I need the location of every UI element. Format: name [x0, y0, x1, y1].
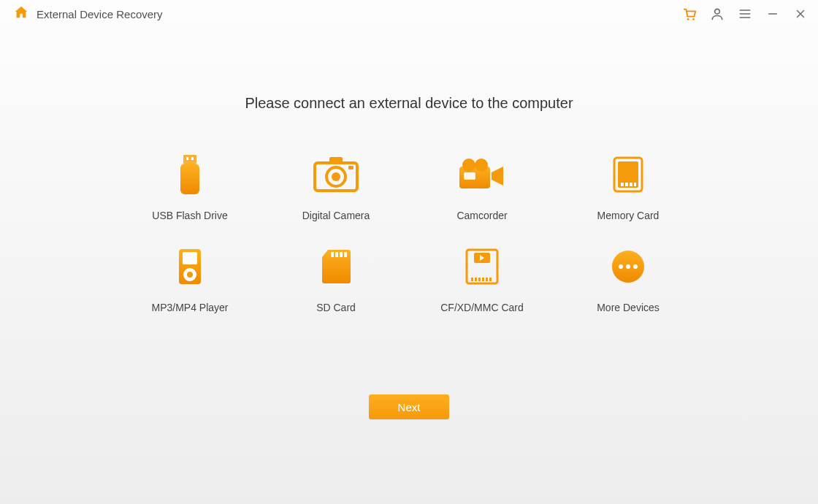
device-label: SD Card	[316, 302, 356, 313]
device-cf-card[interactable]: CF/XD/MMC Card	[409, 246, 555, 313]
svg-rect-4	[186, 157, 188, 160]
more-devices-icon	[604, 246, 652, 287]
svg-rect-3	[183, 155, 196, 164]
svg-rect-6	[180, 164, 199, 194]
device-more[interactable]: More Devices	[555, 246, 701, 313]
svg-rect-11	[348, 166, 353, 169]
svg-rect-18	[621, 183, 624, 186]
svg-rect-21	[634, 183, 636, 186]
svg-point-41	[633, 264, 638, 269]
device-grid: USB Flash Drive Digital Camera	[117, 154, 701, 313]
svg-rect-28	[340, 252, 343, 257]
svg-rect-23	[183, 252, 197, 264]
next-button[interactable]: Next	[369, 394, 449, 419]
device-label: Camcorder	[456, 210, 507, 221]
device-label: MP3/MP4 Player	[151, 302, 228, 313]
device-memory-card[interactable]: Memory Card	[555, 154, 701, 221]
svg-rect-33	[475, 278, 477, 281]
memory-card-icon	[604, 154, 652, 195]
cf-card-icon	[458, 246, 506, 287]
svg-point-13	[462, 159, 475, 172]
device-label: USB Flash Drive	[152, 210, 227, 221]
svg-point-40	[626, 264, 630, 269]
device-label: CF/XD/MMC Card	[440, 302, 524, 313]
mp3-player-icon	[166, 246, 214, 287]
camcorder-icon	[458, 154, 506, 195]
device-digital-camera[interactable]: Digital Camera	[263, 154, 409, 221]
device-usb-flash-drive[interactable]: USB Flash Drive	[117, 154, 263, 221]
svg-rect-37	[489, 278, 492, 281]
device-sd-card[interactable]: SD Card	[263, 246, 409, 313]
device-label: Memory Card	[597, 210, 660, 221]
device-label: More Devices	[597, 302, 660, 313]
device-camcorder[interactable]: Camcorder	[409, 154, 555, 221]
svg-rect-36	[486, 278, 488, 281]
svg-rect-19	[625, 183, 628, 186]
usb-flash-drive-icon	[166, 154, 214, 195]
svg-point-25	[187, 272, 193, 278]
svg-point-14	[475, 159, 488, 172]
svg-rect-20	[630, 183, 632, 186]
sd-card-icon	[312, 246, 360, 287]
instruction-text: Please connect an external device to the…	[0, 95, 818, 112]
digital-camera-icon	[312, 154, 360, 195]
svg-point-10	[332, 172, 340, 181]
svg-rect-32	[471, 278, 473, 281]
main-content: Please connect an external device to the…	[0, 0, 818, 504]
svg-rect-29	[344, 252, 347, 257]
svg-rect-15	[464, 172, 475, 180]
svg-point-39	[619, 264, 623, 269]
device-mp3-player[interactable]: MP3/MP4 Player	[117, 246, 263, 313]
svg-rect-27	[335, 252, 338, 257]
svg-rect-5	[191, 157, 194, 160]
svg-rect-26	[331, 252, 334, 257]
svg-rect-34	[478, 278, 481, 281]
device-label: Digital Camera	[302, 210, 370, 221]
svg-rect-35	[482, 278, 484, 281]
